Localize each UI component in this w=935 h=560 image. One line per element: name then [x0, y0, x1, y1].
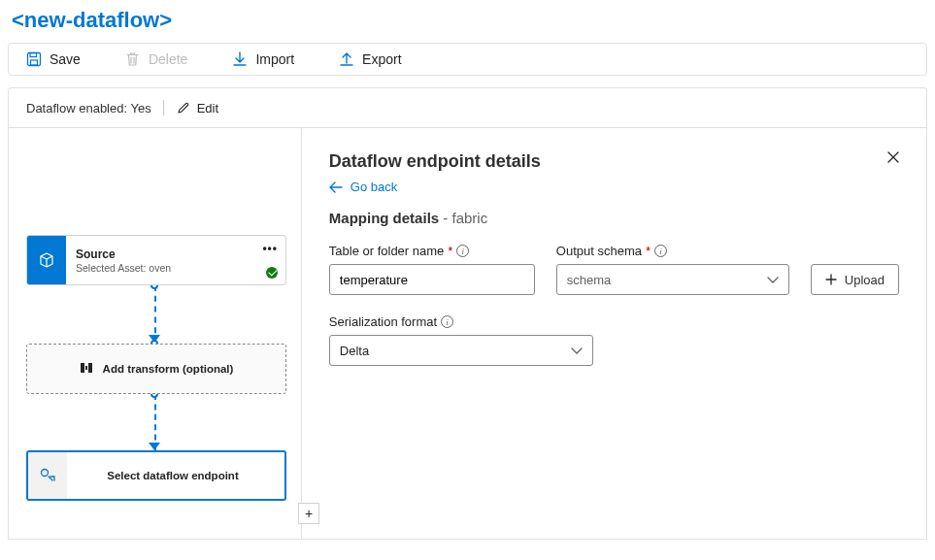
- info-icon[interactable]: i: [441, 315, 453, 328]
- export-button[interactable]: Export: [339, 51, 401, 67]
- plus-icon: [825, 274, 837, 285]
- endpoint-node[interactable]: Select dataflow endpoint: [26, 450, 286, 501]
- import-label: Import: [255, 51, 294, 67]
- save-button[interactable]: Save: [26, 51, 81, 67]
- toolbar: Save Delete Import Export: [8, 43, 927, 76]
- import-button[interactable]: Import: [232, 51, 294, 67]
- info-icon[interactable]: i: [456, 245, 469, 257]
- chevron-down-icon: [571, 344, 583, 358]
- info-icon[interactable]: i: [654, 245, 667, 257]
- page-title: <new-dataflow>: [8, 4, 927, 43]
- output-schema-label: Output schema * i: [556, 244, 789, 258]
- check-icon: [266, 267, 278, 279]
- import-icon: [232, 51, 248, 67]
- detail-heading: Dataflow endpoint details: [329, 151, 899, 172]
- source-title: Source: [76, 247, 276, 261]
- table-name-field: Table or folder name * i: [329, 244, 535, 295]
- transform-label: Add transform (optional): [103, 363, 234, 375]
- delete-label: Delete: [149, 51, 187, 67]
- svg-rect-3: [81, 363, 84, 373]
- node-more-button[interactable]: •••: [262, 242, 278, 255]
- go-back-link[interactable]: Go back: [329, 180, 397, 194]
- export-label: Export: [362, 51, 401, 67]
- endpoint-icon: [39, 467, 56, 484]
- output-schema-select[interactable]: schema: [556, 264, 789, 295]
- svg-rect-4: [88, 363, 92, 373]
- divider: [163, 100, 164, 115]
- save-icon: [26, 51, 42, 67]
- serialization-select[interactable]: Delta: [329, 335, 593, 366]
- pencil-icon: [176, 100, 191, 115]
- source-node[interactable]: ••• Source Selected Asset: oven: [26, 235, 286, 285]
- upload-button[interactable]: Upload: [811, 264, 899, 295]
- endpoint-label: Select dataflow endpoint: [107, 470, 238, 481]
- svg-rect-5: [85, 366, 87, 370]
- arrow-left-icon: [329, 181, 343, 193]
- svg-point-6: [42, 470, 49, 477]
- transform-icon: [80, 361, 93, 377]
- connector-arrow: [149, 443, 160, 450]
- serialization-field: Serialization format i Delta: [329, 314, 593, 366]
- export-icon: [339, 51, 354, 67]
- mapping-subheading: Mapping details - fabric: [329, 210, 899, 226]
- serialization-value: Delta: [340, 344, 369, 358]
- table-name-input[interactable]: [329, 264, 535, 295]
- delete-button: Delete: [125, 51, 187, 67]
- svg-rect-2: [31, 60, 38, 65]
- source-subtitle: Selected Asset: oven: [76, 262, 276, 274]
- edit-label: Edit: [197, 101, 218, 115]
- svg-rect-1: [30, 53, 37, 57]
- close-icon: [886, 150, 900, 164]
- edit-button[interactable]: Edit: [176, 100, 218, 115]
- dataflow-canvas: ••• Source Selected Asset: oven Add tran…: [9, 128, 302, 539]
- status-bar: Dataflow enabled: Yes Edit: [8, 87, 927, 127]
- upload-label: Upload: [845, 273, 885, 287]
- go-back-label: Go back: [351, 180, 397, 194]
- schema-placeholder: schema: [567, 273, 612, 287]
- output-schema-field: Output schema * i schema: [556, 244, 789, 295]
- main-panel: ••• Source Selected Asset: oven Add tran…: [8, 127, 927, 540]
- save-label: Save: [50, 51, 81, 67]
- endpoint-badge: [28, 452, 67, 499]
- table-name-label: Table or folder name * i: [329, 244, 535, 258]
- detail-panel: Dataflow endpoint details Go back Mappin…: [302, 128, 926, 539]
- serialization-label: Serialization format i: [329, 314, 593, 329]
- dataflow-enabled-label: Dataflow enabled: Yes: [26, 101, 151, 115]
- close-button[interactable]: [884, 148, 903, 167]
- cube-icon: [38, 251, 55, 269]
- trash-icon: [125, 51, 141, 67]
- source-badge: [27, 236, 66, 284]
- transform-node[interactable]: Add transform (optional): [26, 344, 286, 394]
- chevron-down-icon: [767, 273, 779, 287]
